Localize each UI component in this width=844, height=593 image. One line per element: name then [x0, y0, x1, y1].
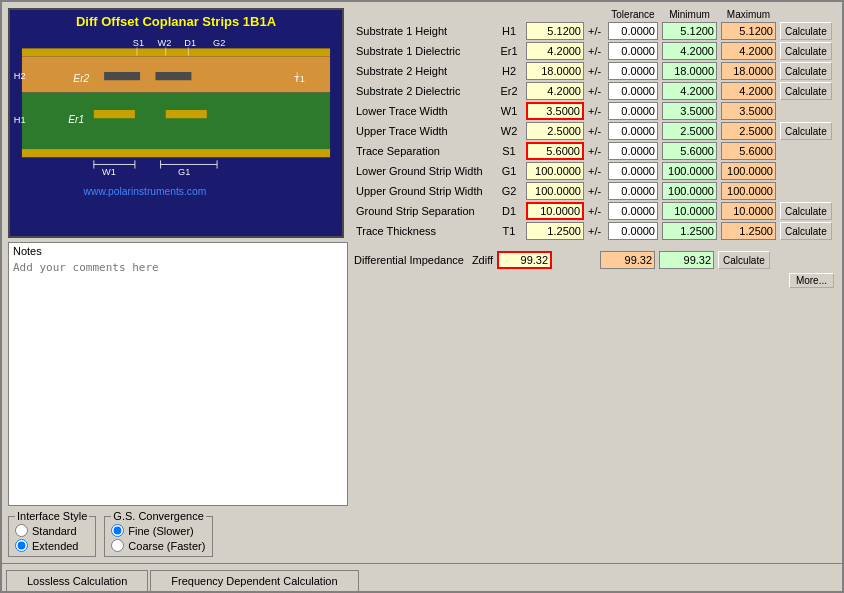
- param-max-9[interactable]: [721, 202, 776, 220]
- param-symbol-4: W1: [494, 101, 524, 121]
- param-value-10[interactable]: [526, 222, 584, 240]
- param-tol-0[interactable]: [608, 22, 658, 40]
- param-symbol-7: G1: [494, 161, 524, 181]
- svg-rect-12: [155, 72, 191, 80]
- radio-coarse-input[interactable]: [111, 539, 124, 552]
- param-max-2[interactable]: [721, 62, 776, 80]
- radio-fine[interactable]: Fine (Slower): [111, 524, 206, 537]
- param-value-4[interactable]: [526, 102, 584, 120]
- bottom-tabs: Lossless Calculation Frequency Dependent…: [2, 563, 842, 591]
- param-tol-5[interactable]: [608, 122, 658, 140]
- param-value-1[interactable]: [526, 42, 584, 60]
- param-tol-2[interactable]: [608, 62, 658, 80]
- param-value-6[interactable]: [526, 142, 584, 160]
- param-symbol-0: H1: [494, 21, 524, 41]
- param-value-2[interactable]: [526, 62, 584, 80]
- notes-label: Notes: [9, 243, 347, 259]
- diff-impedance-max[interactable]: [659, 251, 714, 269]
- diff-impedance-min[interactable]: [600, 251, 655, 269]
- param-min-2[interactable]: [662, 62, 717, 80]
- calc-btn-9[interactable]: Calculate: [780, 202, 832, 220]
- radio-extended[interactable]: Extended: [15, 539, 89, 552]
- param-min-7[interactable]: [662, 162, 717, 180]
- param-symbol-2: H2: [494, 61, 524, 81]
- param-max-8[interactable]: [721, 182, 776, 200]
- param-value-7[interactable]: [526, 162, 584, 180]
- param-max-0[interactable]: [721, 22, 776, 40]
- param-symbol-8: G2: [494, 181, 524, 201]
- param-tol-9[interactable]: [608, 202, 658, 220]
- calc-btn-0[interactable]: Calculate: [780, 22, 832, 40]
- param-tol-7[interactable]: [608, 162, 658, 180]
- param-row-0: Substrate 1 Height H1 +/- Calculate: [354, 21, 836, 41]
- param-min-5[interactable]: [662, 122, 717, 140]
- param-symbol-6: S1: [494, 141, 524, 161]
- pm-label-9: +/-: [586, 201, 606, 221]
- pm-label-5: +/-: [586, 121, 606, 141]
- param-min-3[interactable]: [662, 82, 717, 100]
- more-button[interactable]: More...: [789, 273, 834, 288]
- param-tol-10[interactable]: [608, 222, 658, 240]
- radio-standard-input[interactable]: [15, 524, 28, 537]
- param-value-8[interactable]: [526, 182, 584, 200]
- param-min-10[interactable]: [662, 222, 717, 240]
- calc-btn-1[interactable]: Calculate: [780, 42, 832, 60]
- calc-btn-2[interactable]: Calculate: [780, 62, 832, 80]
- param-label-4: Lower Trace Width: [354, 101, 494, 121]
- param-max-5[interactable]: [721, 122, 776, 140]
- svg-text:T1: T1: [294, 74, 305, 84]
- param-value-9[interactable]: [526, 202, 584, 220]
- radio-coarse-label: Coarse (Faster): [128, 540, 205, 552]
- calc-btn-3[interactable]: Calculate: [780, 82, 832, 100]
- param-max-10[interactable]: [721, 222, 776, 240]
- param-max-3[interactable]: [721, 82, 776, 100]
- svg-rect-19: [94, 110, 135, 118]
- param-row-6: Trace Separation S1 +/-: [354, 141, 836, 161]
- param-row-3: Substrate 2 Dielectric Er2 +/- Calculate: [354, 81, 836, 101]
- radio-standard[interactable]: Standard: [15, 524, 89, 537]
- diff-calculate-button[interactable]: Calculate: [718, 251, 770, 269]
- diff-impedance-input[interactable]: [497, 251, 552, 269]
- param-value-0[interactable]: [526, 22, 584, 40]
- param-max-7[interactable]: [721, 162, 776, 180]
- param-max-1[interactable]: [721, 42, 776, 60]
- diagram-content: S1 W2 D1 G2 H2: [10, 33, 342, 223]
- tab-lossless[interactable]: Lossless Calculation: [6, 570, 148, 591]
- radio-extended-input[interactable]: [15, 539, 28, 552]
- param-min-0[interactable]: [662, 22, 717, 40]
- calc-btn-10[interactable]: Calculate: [780, 222, 832, 240]
- radio-fine-input[interactable]: [111, 524, 124, 537]
- svg-text:H1: H1: [14, 115, 26, 125]
- param-min-8[interactable]: [662, 182, 717, 200]
- param-min-9[interactable]: [662, 202, 717, 220]
- param-min-4[interactable]: [662, 102, 717, 120]
- param-tol-6[interactable]: [608, 142, 658, 160]
- radio-standard-label: Standard: [32, 525, 77, 537]
- param-min-1[interactable]: [662, 42, 717, 60]
- param-label-0: Substrate 1 Height: [354, 21, 494, 41]
- param-value-5[interactable]: [526, 122, 584, 140]
- col-maximum: Maximum: [719, 8, 778, 21]
- param-row-10: Trace Thickness T1 +/- Calculate: [354, 221, 836, 241]
- param-symbol-1: Er1: [494, 41, 524, 61]
- left-panel: Diff Offset Coplanar Strips 1B1A S1 W2 D…: [8, 8, 348, 557]
- param-max-6[interactable]: [721, 142, 776, 160]
- param-row-5: Upper Trace Width W2 +/- Calculate: [354, 121, 836, 141]
- tab-frequency[interactable]: Frequency Dependent Calculation: [150, 570, 358, 591]
- param-tol-8[interactable]: [608, 182, 658, 200]
- calc-btn-5[interactable]: Calculate: [780, 122, 832, 140]
- param-tol-4[interactable]: [608, 102, 658, 120]
- main-window: Diff Offset Coplanar Strips 1B1A S1 W2 D…: [0, 0, 844, 593]
- param-label-10: Trace Thickness: [354, 221, 494, 241]
- diff-impedance-label: Differential Impedance: [354, 254, 464, 266]
- diagram-box: Diff Offset Coplanar Strips 1B1A S1 W2 D…: [8, 8, 344, 238]
- param-tol-3[interactable]: [608, 82, 658, 100]
- param-value-3[interactable]: [526, 82, 584, 100]
- col-tolerance: Tolerance: [606, 8, 660, 21]
- param-tol-1[interactable]: [608, 42, 658, 60]
- notes-textarea[interactable]: [9, 259, 347, 505]
- param-min-6[interactable]: [662, 142, 717, 160]
- param-symbol-10: T1: [494, 221, 524, 241]
- radio-coarse[interactable]: Coarse (Faster): [111, 539, 206, 552]
- param-max-4[interactable]: [721, 102, 776, 120]
